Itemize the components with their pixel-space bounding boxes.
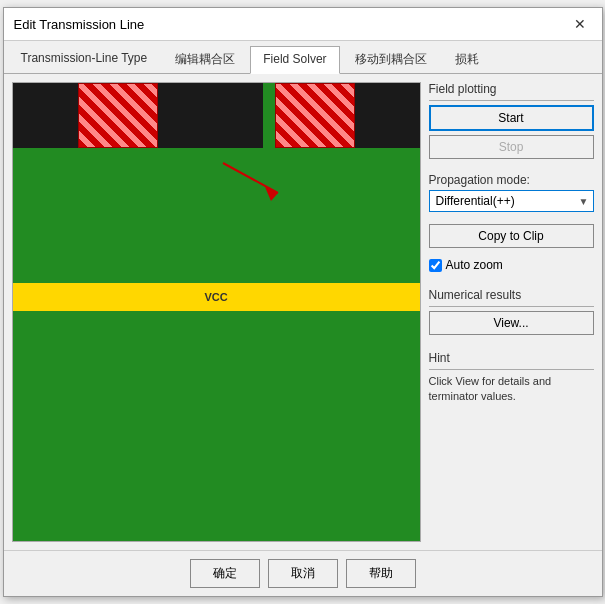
tab-loss[interactable]: 损耗 — [442, 45, 492, 73]
hint-text: Click View for details and terminator va… — [429, 375, 552, 402]
conductor-left — [78, 83, 158, 148]
stop-button[interactable]: Stop — [429, 135, 594, 159]
divider-3 — [429, 369, 594, 370]
copy-to-clip-button[interactable]: Copy to Clip — [429, 224, 594, 248]
start-button[interactable]: Start — [429, 105, 594, 131]
propagation-mode-label: Propagation mode: — [429, 173, 594, 187]
propagation-mode-section: Propagation mode: Differential(++) Commo… — [429, 173, 594, 212]
tab-field-solver[interactable]: Field Solver — [250, 46, 339, 74]
tab-tl-type[interactable]: Transmission-Line Type — [8, 45, 161, 73]
help-button[interactable]: 帮助 — [346, 559, 416, 588]
right-panel: Field plotting Start Stop Propagation mo… — [429, 82, 594, 542]
title-bar: Edit Transmission Line ✕ — [4, 8, 602, 41]
tab-coupling-region[interactable]: 编辑耦合区 — [162, 45, 248, 73]
dialog-title: Edit Transmission Line — [14, 17, 145, 32]
gap-right — [355, 83, 420, 148]
ground-layer — [13, 311, 420, 541]
copy-section: Copy to Clip — [429, 224, 594, 248]
propagation-mode-dropdown[interactable]: Differential(++) Common(+-) Mode 1 Mode … — [429, 190, 594, 212]
auto-zoom-row: Auto zoom — [429, 258, 594, 272]
transmission-line-canvas: VCC — [12, 82, 421, 542]
numerical-results-section: Numerical results View... — [429, 288, 594, 335]
ok-button[interactable]: 确定 — [190, 559, 260, 588]
cancel-button[interactable]: 取消 — [268, 559, 338, 588]
divider-2 — [429, 306, 594, 307]
conductor-right — [275, 83, 355, 148]
propagation-dropdown-wrapper: Differential(++) Common(+-) Mode 1 Mode … — [429, 190, 594, 212]
numerical-results-label: Numerical results — [429, 288, 594, 302]
vcc-layer: VCC — [13, 283, 420, 311]
field-plotting-label: Field plotting — [429, 82, 594, 96]
hint-section: Hint Click View for details and terminat… — [429, 351, 594, 542]
field-plotting-section: Field plotting Start Stop — [429, 82, 594, 163]
bottom-bar: 确定 取消 帮助 — [4, 550, 602, 596]
view-button[interactable]: View... — [429, 311, 594, 335]
divider-1 — [429, 100, 594, 101]
gap-left — [13, 83, 78, 148]
vcc-label: VCC — [204, 291, 227, 303]
close-button[interactable]: ✕ — [568, 14, 592, 34]
auto-zoom-checkbox[interactable] — [429, 259, 442, 272]
edit-transmission-line-dialog: Edit Transmission Line ✕ Transmission-Li… — [3, 7, 603, 597]
content-area: VCC Field plotting Start Stop — [4, 74, 602, 550]
tab-move-coupling[interactable]: 移动到耦合区 — [342, 45, 440, 73]
tab-bar: Transmission-Line Type 编辑耦合区 Field Solve… — [4, 41, 602, 74]
gap-center — [158, 83, 263, 148]
auto-zoom-label: Auto zoom — [446, 258, 503, 272]
hint-label: Hint — [429, 351, 594, 365]
